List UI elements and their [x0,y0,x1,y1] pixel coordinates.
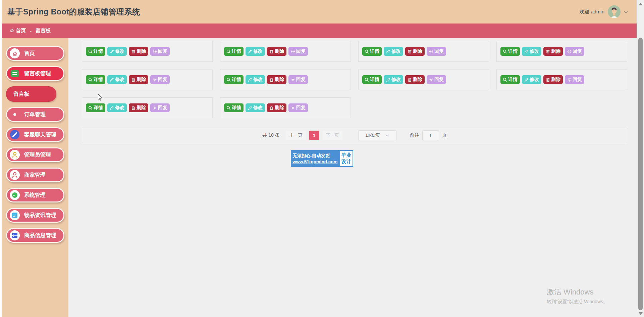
scroll-up-arrow-icon[interactable] [639,3,643,5]
delete-button[interactable]: 删除 [267,75,286,84]
sidebar-item-order-mgmt[interactable]: 订单管理 [6,107,64,122]
sidebar-item-label: 商家管理 [24,172,46,179]
reply-button[interactable]: 回复 [288,103,308,112]
detail-button[interactable]: 详情 [224,75,244,84]
edit-button[interactable]: 修改 [384,47,403,56]
sidebar-item-system-mgmt[interactable]: 系统管理 [6,188,64,202]
prev-page-button[interactable]: 上一页 [286,131,306,140]
sidebar-item-label: 管理员管理 [24,151,51,158]
page-1-button[interactable]: 1 [309,131,319,140]
delete-button[interactable]: 删除 [267,47,286,56]
goto-page: 前往 页 [410,130,447,140]
page-size-value: 10条/页 [365,132,380,138]
scroll-down-arrow-icon[interactable] [639,312,643,315]
action-label: 回复 [573,48,582,54]
vertical-scrollbar[interactable] [637,0,644,317]
breadcrumb-home[interactable]: 首页 [9,28,26,34]
user-menu[interactable]: 欢迎 admin [579,5,628,18]
scrollbar-thumb[interactable] [638,38,643,310]
detail-button[interactable]: 详情 [362,47,382,56]
sidebar-item-home[interactable]: 首页 [6,46,64,61]
detail-button[interactable]: 详情 [224,47,244,56]
reply-button[interactable]: 回复 [150,75,170,84]
edit-button[interactable]: 修改 [107,47,127,56]
trash-icon [546,78,550,82]
edit-button[interactable]: 修改 [384,75,403,84]
action-label: 回复 [573,77,582,83]
detail-button[interactable]: 详情 [86,103,105,112]
reply-button[interactable]: 回复 [427,75,446,84]
home-icon [9,28,14,34]
reply-button[interactable]: 回复 [565,47,584,56]
message-card: 详情修改删除回复 [358,41,489,62]
sidebar-item-goods-mgmt[interactable]: 商品信息管理 [6,228,64,243]
action-label: 回复 [158,48,167,54]
chevron-down-icon[interactable] [624,9,628,15]
gear-icon [291,49,295,54]
edit-button[interactable]: 修改 [246,47,265,56]
search-icon [226,106,231,110]
trash-icon [269,78,274,82]
delete-button[interactable]: 删除 [543,47,563,56]
gear-icon [153,78,157,82]
sidebar-item-merchant-mgmt[interactable]: 商家管理 [6,168,64,182]
search-icon [88,106,93,110]
message-card-grid: 详情修改删除回复详情修改删除回复详情修改删除回复详情修改删除回复详情修改删除回复… [82,41,627,118]
sidebar-item-message-board[interactable]: 留言板 [6,86,56,102]
detail-button[interactable]: 详情 [362,75,382,84]
action-label: 详情 [94,105,103,111]
detail-button[interactable]: 详情 [86,47,105,56]
sidebar-item-label: 物品资讯管理 [24,212,56,219]
action-label: 删除 [413,77,422,83]
search-icon [365,49,369,54]
reply-button[interactable]: 回复 [150,47,170,56]
goto-page-input[interactable] [422,130,439,140]
detail-button[interactable]: 详情 [224,103,244,112]
delete-button[interactable]: 删除 [267,103,286,112]
goto-suffix: 页 [442,132,447,138]
action-label: 删除 [551,48,560,54]
sidebar-item-message-board-mgmt[interactable]: 留言板管理 [6,66,64,81]
reply-button[interactable]: 回复 [427,47,446,56]
action-label: 删除 [137,77,146,83]
sidebar-item-admin-mgmt[interactable]: 管理员管理 [6,147,64,162]
action-label: 修改 [253,48,263,54]
gear-icon [567,78,572,82]
edit-button[interactable]: 修改 [522,75,541,84]
delete-button[interactable]: 删除 [129,47,148,56]
avatar[interactable] [608,5,621,18]
edit-button[interactable]: 修改 [246,103,265,112]
sidebar-item-news-mgmt[interactable]: 物品资讯管理 [6,208,64,223]
sidebar-item-label: 留言板管理 [24,70,51,77]
edit-button[interactable]: 修改 [107,103,127,112]
search-icon [365,78,369,82]
page-size-select[interactable]: 10条/页 [358,130,396,140]
pagination-total: 共 10 条 [262,132,279,138]
reply-button[interactable]: 回复 [288,75,308,84]
detail-button[interactable]: 详情 [86,75,105,84]
delete-button[interactable]: 删除 [405,47,425,56]
action-label: 删除 [137,105,146,111]
sidebar: 首页留言板管理留言板订单管理客服聊天管理管理员管理商家管理系统管理物品资讯管理商… [2,38,68,317]
reply-button[interactable]: 回复 [150,103,170,112]
sidebar-item-label: 留言板 [13,91,30,98]
delete-button[interactable]: 删除 [129,75,148,84]
edit-button[interactable]: 修改 [246,75,265,84]
gear-icon [153,49,157,54]
delete-button[interactable]: 删除 [405,75,425,84]
detail-button[interactable]: 详情 [500,47,520,56]
ad-banner[interactable]: 无须担心.自动发货 www.51topmind.com 毕业 设计 [291,150,353,167]
sidebar-item-chat-mgmt[interactable]: 客服聊天管理 [6,127,64,142]
detail-button[interactable]: 详情 [500,75,520,84]
edit-button[interactable]: 修改 [107,75,127,84]
reply-button[interactable]: 回复 [565,75,584,84]
action-label: 删除 [275,77,284,83]
header: 基于Spring Boot的服装店铺管理系统 欢迎 admin [2,0,637,24]
reply-button[interactable]: 回复 [288,47,308,56]
message-card: 详情修改删除回复 [358,69,489,90]
edit-button[interactable]: 修改 [522,47,541,56]
action-label: 修改 [253,77,263,83]
delete-button[interactable]: 删除 [543,75,563,84]
next-page-button[interactable]: 下一页 [323,131,342,140]
delete-button[interactable]: 删除 [129,103,148,112]
